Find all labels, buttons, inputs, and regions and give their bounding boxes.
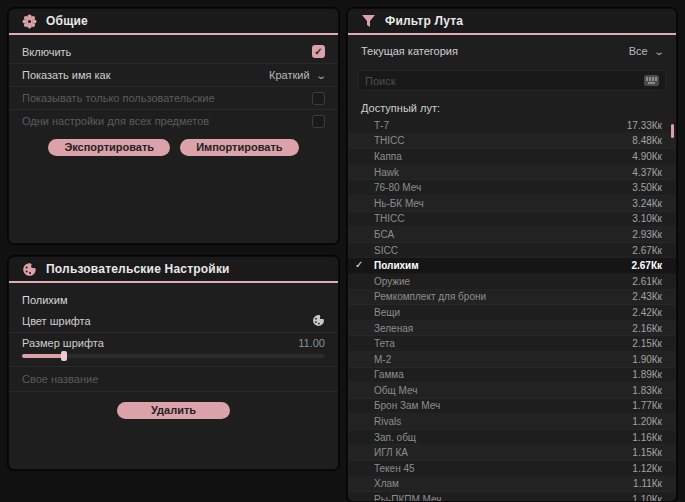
loot-item-value: 1.77Кк xyxy=(632,400,662,411)
font-size-slider[interactable] xyxy=(9,352,338,367)
loot-item-row[interactable]: Ры-ПКПМ Меч1.10Кк xyxy=(348,492,676,502)
loot-item-row[interactable]: Rivals1.20Кк xyxy=(348,414,676,430)
loot-item-name: Зап. общ xyxy=(374,432,632,443)
loot-item-row[interactable]: THICC3.10Кк xyxy=(348,212,676,228)
slider-fill xyxy=(22,354,64,358)
custom-settings-panel: Пользовательские Настройки Полихим Цвет … xyxy=(8,256,339,470)
loot-item-value: 4.37Кк xyxy=(632,167,662,178)
loot-item-row[interactable]: Зеленая2.16Кк xyxy=(348,321,676,337)
loot-item-value: 2.43Кк xyxy=(632,291,662,302)
chevron-down-icon: ⌄ xyxy=(653,46,665,57)
loot-item-name: ИГЛ КА xyxy=(374,447,632,458)
search-box xyxy=(358,70,666,91)
font-size-label: Размер шрифта xyxy=(22,337,104,349)
loot-item-row[interactable]: THICC8.48Кк xyxy=(348,134,676,150)
enable-row: Включить ✓ xyxy=(9,40,338,63)
only-custom-checkbox[interactable] xyxy=(312,92,325,105)
same-settings-label: Одни настройки для всех предметов xyxy=(22,115,209,127)
loot-item-value: 1.89Кк xyxy=(632,369,662,380)
same-settings-checkbox[interactable] xyxy=(312,115,325,128)
category-row: Текущая категория Все ⌄ xyxy=(348,38,676,64)
check-icon: ✓ xyxy=(355,259,363,270)
loot-item-value: 2.16Кк xyxy=(632,323,662,334)
loot-item-row[interactable]: Хлам1.11Кк xyxy=(348,477,676,493)
loot-item-row[interactable]: Оружие2.61Кк xyxy=(348,274,676,290)
loot-item-row[interactable]: Нь-БК Меч3.24Кк xyxy=(348,196,676,212)
loot-item-row[interactable]: Ремкомплект для брони2.43Кк xyxy=(348,290,676,306)
loot-item-name: Тета xyxy=(374,338,632,349)
loot-item-row[interactable]: ИГЛ КА1.15Кк xyxy=(348,445,676,461)
font-size-value: 11.00 xyxy=(298,337,325,349)
show-name-as-label: Показать имя как xyxy=(22,69,111,81)
selected-item-name: Полихим xyxy=(9,283,338,309)
loot-item-value: 4.90Кк xyxy=(632,151,662,162)
loot-item-row[interactable]: Т-717.33Кк xyxy=(348,118,676,134)
loot-item-name: Каппа xyxy=(374,151,632,162)
color-picker-icon[interactable] xyxy=(312,314,325,327)
loot-item-name: Т-7 xyxy=(374,120,627,131)
slider-track xyxy=(22,354,325,358)
keyboard-icon[interactable] xyxy=(644,75,659,86)
loot-item-row[interactable]: Текен 451.12Кк xyxy=(348,461,676,477)
export-button[interactable]: Экспортировать xyxy=(48,139,170,156)
gear-icon xyxy=(22,14,37,29)
loot-item-value: 1.20Кк xyxy=(632,416,662,427)
category-dropdown[interactable]: Все ⌄ xyxy=(629,45,663,57)
loot-item-row[interactable]: 76-80 Меч3.50Кк xyxy=(348,180,676,196)
font-color-label: Цвет шрифта xyxy=(22,315,91,327)
only-custom-row: Показывать только пользовательские xyxy=(9,86,338,109)
loot-item-value: 1.15Кк xyxy=(632,447,662,458)
loot-item-row[interactable]: Общ Меч1.83Кк xyxy=(348,383,676,399)
delete-button[interactable]: Удалить xyxy=(117,402,230,419)
loot-item-row[interactable]: Тета2.15Кк xyxy=(348,336,676,352)
loot-item-value: 3.24Кк xyxy=(632,198,662,209)
loot-item-value: 2.15Кк xyxy=(632,338,662,349)
loot-item-value: 8.48Кк xyxy=(632,135,662,146)
only-custom-label: Показывать только пользовательские xyxy=(22,92,215,104)
loot-item-row[interactable]: Гамма1.89Кк xyxy=(348,368,676,384)
same-settings-row: Одни настройки для всех предметов xyxy=(9,109,338,132)
loot-item-name: Rivals xyxy=(374,416,632,427)
loot-item-name: 76-80 Меч xyxy=(374,182,632,193)
available-loot-label: Доступный лут: xyxy=(348,97,676,118)
loot-item-name: Hawk xyxy=(374,167,632,178)
enable-checkbox[interactable]: ✓ xyxy=(312,45,325,58)
show-name-as-row: Показать имя как Краткий ⌄ xyxy=(9,63,338,86)
loot-item-row[interactable]: Hawk4.37Кк xyxy=(348,165,676,181)
loot-item-value: 2.93Кк xyxy=(632,229,662,240)
loot-item-value: 2.42Кк xyxy=(632,307,662,318)
slider-thumb[interactable] xyxy=(61,351,67,361)
funnel-icon xyxy=(361,14,376,29)
font-color-row: Цвет шрифта xyxy=(9,309,338,332)
import-button[interactable]: Импортировать xyxy=(180,139,298,156)
loot-item-name: Гамма xyxy=(374,369,632,380)
loot-item-name: THICC xyxy=(374,135,632,146)
show-name-as-value: Краткий xyxy=(269,69,310,81)
loot-item-name: Оружие xyxy=(374,276,632,287)
loot-item-name: SICC xyxy=(374,245,632,256)
loot-item-name: THICC xyxy=(374,213,632,224)
loot-item-name: Брон Зам Меч xyxy=(374,400,632,411)
loot-item-row[interactable]: Вещи2.42Кк xyxy=(348,305,676,321)
loot-item-name: Зеленая xyxy=(374,323,632,334)
loot-item-row[interactable]: БСА2.93Кк xyxy=(348,227,676,243)
loot-item-row[interactable]: Брон Зам Меч1.77Кк xyxy=(348,399,676,415)
loot-item-row[interactable]: М-21.90Кк xyxy=(348,352,676,368)
loot-item-name: Ры-ПКПМ Меч xyxy=(374,494,632,502)
general-panel-title: Общие xyxy=(46,14,88,28)
loot-item-value: 2.61Кк xyxy=(632,276,662,287)
loot-item-value: 1.90Кк xyxy=(632,354,662,365)
palette-icon xyxy=(22,262,37,277)
loot-item-value: 17.33Кк xyxy=(627,120,662,131)
loot-item-row[interactable]: Каппа4.90Кк xyxy=(348,149,676,165)
loot-item-row[interactable]: SICC2.67Кк xyxy=(348,243,676,259)
loot-item-name: Ремкомплект для брони xyxy=(374,291,632,302)
loot-item-row[interactable]: Зап. общ1.16Кк xyxy=(348,430,676,446)
search-input[interactable] xyxy=(365,75,638,87)
custom-name-input[interactable] xyxy=(22,367,325,391)
loot-filter-title: Фильтр Лута xyxy=(385,14,463,28)
loot-item-row[interactable]: ✓Полихим2.67Кк xyxy=(348,258,676,274)
loot-filter-panel: Фильтр Лута Текущая категория Все ⌄ Дост… xyxy=(347,8,677,502)
show-name-as-dropdown[interactable]: Краткий ⌄ xyxy=(269,69,325,81)
loot-item-value: 1.10Кк xyxy=(632,494,662,502)
